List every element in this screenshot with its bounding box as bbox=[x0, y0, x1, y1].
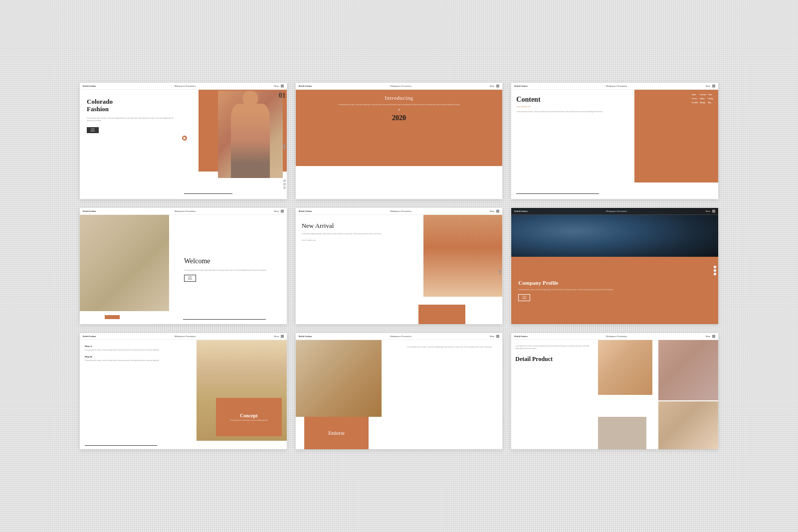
slide3-line bbox=[516, 193, 599, 194]
slide2-year: 2020 bbox=[392, 114, 406, 122]
slide1-btn[interactable]: VIEW MORE bbox=[87, 127, 99, 133]
slide8-desc: Lorem ipsum dolor sit amet, consectetur … bbox=[407, 346, 498, 349]
menu-gallery: Gallery bbox=[700, 98, 706, 100]
slide9-photo2 bbox=[598, 340, 652, 395]
slide9-title: Detail Product bbox=[515, 355, 594, 363]
slide1-mid: Multipurpose Presentation bbox=[175, 85, 196, 87]
slide3-menu: About Our team Chart Services Gallery Cl… bbox=[692, 94, 714, 104]
menu-about: About bbox=[692, 94, 698, 96]
slide5-menu: Menu bbox=[490, 210, 494, 212]
slide6-mid: Multipurpose Presentation bbox=[606, 210, 627, 212]
menu-icon6[interactable] bbox=[712, 210, 715, 212]
slide3-body: Content www.Colorado.com Lorem ipsum dol… bbox=[511, 90, 718, 199]
slide9-desc: Lorem ipsum dolor sit amet, consectetur … bbox=[515, 345, 594, 350]
slide3-brand: British Fashion bbox=[514, 85, 527, 87]
slide5-nav: British Fashion Multipurpose Presentatio… bbox=[296, 208, 503, 215]
menu-closing: Closing bbox=[708, 98, 714, 100]
slide-company-profile: British Fashion Multipurpose Presentatio… bbox=[511, 208, 718, 324]
slide5-text-area: New Arrival Consectetuer adipiscing dolo… bbox=[296, 215, 409, 324]
plan-a-title: Plan A bbox=[85, 345, 162, 348]
slide5-body: New Arrival Consectetuer adipiscing dolo… bbox=[296, 215, 503, 324]
slide8-mid: Multipurpose Presentation bbox=[390, 335, 411, 338]
slide8-brand: British Fashion bbox=[299, 335, 312, 338]
slide4-text-area: Welcome Lorem ipsum dolor sit amet, feur… bbox=[179, 215, 287, 324]
slide5-url: www.Colorado.com bbox=[302, 239, 403, 241]
arrow-down-icon[interactable] bbox=[283, 147, 286, 149]
slide7-image-area: Concept dolor sit amet, dolor lorem ipsu… bbox=[167, 340, 287, 449]
slide9-body: Lorem ipsum dolor sit amet, consectetur … bbox=[511, 340, 718, 449]
slide2-mid: Multipurpose Presentation bbox=[390, 85, 411, 87]
slide3-menu: Menu bbox=[706, 85, 710, 87]
menu-icon4[interactable] bbox=[281, 210, 284, 212]
slide-introducing: British Fashion Multipurpose Presentatio… bbox=[296, 83, 503, 199]
slide1-desc: Lorem ipsum dolor sit amet, consectetur … bbox=[87, 117, 174, 123]
slide7-nav: British Fashion Multipurpose Presentatio… bbox=[80, 333, 287, 340]
slide4-mid: Multipurpose Presentation bbox=[175, 210, 196, 212]
slide5-desc: Consectetuer adipiscing dolor. Nam aulls… bbox=[302, 233, 403, 235]
slide1-play-button[interactable] bbox=[182, 136, 187, 141]
slide5-arrows bbox=[498, 270, 501, 275]
menu-services: Services bbox=[692, 98, 698, 100]
menu-chart: Chart bbox=[708, 94, 714, 96]
slide8-title: Endorse bbox=[328, 430, 345, 436]
slide9-nav: British Fashion Multipurpose Presentatio… bbox=[511, 333, 718, 340]
menu-mockup: Mockup bbox=[700, 102, 706, 104]
slide1-nav-right: Menu bbox=[274, 85, 283, 87]
menu-icon3[interactable] bbox=[712, 85, 715, 87]
slide3-image-area: About Our team Chart Services Gallery Cl… bbox=[625, 90, 718, 199]
side-icon-1 bbox=[283, 179, 286, 182]
slide4-menu: Menu bbox=[274, 210, 278, 212]
slide6-btn[interactable]: VIEW MORE bbox=[518, 294, 530, 301]
slide7-line bbox=[85, 445, 157, 446]
arrow-up-icon5[interactable] bbox=[498, 270, 501, 272]
slide1-side-icons bbox=[283, 179, 286, 189]
slide3-nav-right: Menu bbox=[706, 85, 715, 87]
arrow-up-icon[interactable] bbox=[283, 144, 286, 146]
slide7-body: Plan A Lorem ipsum dolor sit amet, conse… bbox=[80, 340, 287, 449]
slide5-brand: British Fashion bbox=[299, 210, 312, 212]
slide8-nav-right: Menu bbox=[490, 335, 499, 338]
slide2-body: Introducing Lorem ipsum dolor sit amet, … bbox=[296, 90, 503, 199]
slide4-btn[interactable]: VIEW MORE bbox=[184, 275, 196, 282]
slide-new-arrival: British Fashion Multipurpose Presentatio… bbox=[296, 208, 503, 324]
slide1-brand: British Fashion bbox=[83, 85, 96, 87]
slide9-photo3 bbox=[658, 401, 718, 449]
side-icon-6a bbox=[714, 266, 716, 268]
menu-icon5[interactable] bbox=[496, 210, 499, 212]
slide1-menu: Menu bbox=[274, 85, 278, 87]
slide3-nav: British Fashion Multipurpose Presentatio… bbox=[511, 83, 718, 90]
slide3-url: www.Colorado.com bbox=[516, 106, 620, 108]
slide2-brand: British Fashion bbox=[299, 85, 312, 87]
plan-b-text: Lorem ipsum dolor sit amet, consectetur … bbox=[85, 359, 162, 362]
slide9-menu: Menu bbox=[706, 335, 710, 338]
plan-b: Plan B Lorem ipsum dolor sit amet, conse… bbox=[85, 355, 162, 362]
menu-icon7[interactable] bbox=[281, 335, 284, 337]
slide-grid: British Fashion Multipurpose Presentatio… bbox=[50, 53, 748, 480]
slide4-photo bbox=[80, 215, 169, 311]
plan-a: Plan A Lorem ipsum dolor sit amet, conse… bbox=[85, 345, 162, 352]
menu-icon[interactable] bbox=[281, 85, 284, 87]
slide2-title: Introducing bbox=[385, 95, 413, 101]
slide7-nav-right: Menu bbox=[274, 335, 283, 338]
slide6-title: Company Profile bbox=[518, 280, 711, 286]
slide1-line bbox=[184, 193, 232, 194]
slide9-text-area: Lorem ipsum dolor sit amet, consectetur … bbox=[511, 340, 598, 449]
slide1-number: 01 bbox=[279, 92, 286, 100]
slide7-text-area: Plan A Lorem ipsum dolor sit amet, conse… bbox=[80, 340, 167, 449]
slide3-title: Content bbox=[516, 96, 620, 104]
slide4-accent bbox=[105, 315, 120, 319]
slide-content: British Fashion Multipurpose Presentatio… bbox=[511, 83, 718, 199]
slide6-nav: British Fashion Multipurpose Presentatio… bbox=[511, 208, 718, 215]
menu-icon9[interactable] bbox=[712, 335, 715, 337]
slide9-accent bbox=[598, 417, 646, 450]
arrow-down-icon5[interactable] bbox=[498, 273, 501, 275]
menu-icon8[interactable] bbox=[496, 335, 499, 337]
slide4-line bbox=[183, 319, 266, 320]
slide6-text-area: Company Profile Lorem ipsum dolor sit am… bbox=[511, 257, 718, 324]
slide9-mid: Multipurpose Presentation bbox=[606, 335, 627, 338]
menu-icon2[interactable] bbox=[496, 85, 499, 87]
slide1-body: ColoradoFashion Lorem ipsum dolor sit am… bbox=[80, 90, 287, 199]
slide9-photo1 bbox=[658, 340, 718, 400]
slide8-image-area: Endorse bbox=[296, 340, 403, 449]
slide8-endorse-box: Endorse bbox=[304, 417, 369, 450]
